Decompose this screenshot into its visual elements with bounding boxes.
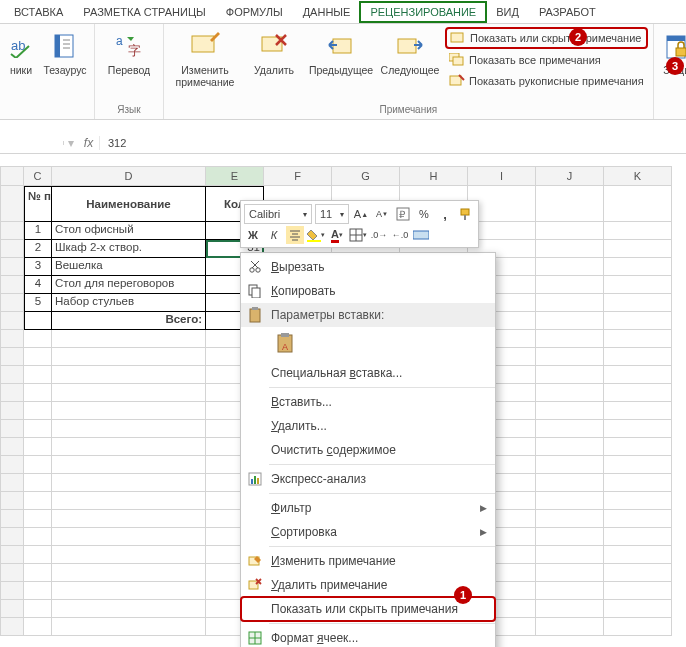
row-header[interactable]	[0, 222, 24, 240]
edit-comment-button[interactable]: Изменить примечание	[170, 28, 240, 90]
cell[interactable]	[604, 438, 672, 456]
cell[interactable]	[536, 186, 604, 222]
tab-data[interactable]: ДАННЫЕ	[293, 2, 361, 22]
cell[interactable]	[604, 330, 672, 348]
cell[interactable]	[536, 258, 604, 276]
row-header[interactable]	[0, 456, 24, 474]
ctx-quick-analysis[interactable]: Экспресс-анализ	[241, 467, 495, 491]
cell[interactable]	[604, 528, 672, 546]
row-header[interactable]	[0, 384, 24, 402]
cell[interactable]	[536, 420, 604, 438]
cell[interactable]: Шкаф 2-х створ.	[52, 240, 206, 258]
cell[interactable]	[604, 546, 672, 564]
cell[interactable]	[536, 546, 604, 564]
ctx-delete[interactable]: Удалить...	[241, 414, 495, 438]
ctx-sort[interactable]: Сортировка ▶	[241, 520, 495, 544]
cell[interactable]	[24, 330, 52, 348]
cell[interactable]	[604, 240, 672, 258]
cell[interactable]	[536, 384, 604, 402]
cell[interactable]	[52, 474, 206, 492]
cell[interactable]	[24, 456, 52, 474]
ctx-copy[interactable]: Копировать	[241, 279, 495, 303]
merge-icon[interactable]	[412, 226, 430, 244]
cell[interactable]	[536, 528, 604, 546]
cell[interactable]	[604, 474, 672, 492]
tab-formulas[interactable]: ФОРМУЛЫ	[216, 2, 293, 22]
cell[interactable]	[604, 618, 672, 636]
cell[interactable]	[52, 384, 206, 402]
cell[interactable]	[52, 546, 206, 564]
row-header[interactable]	[0, 258, 24, 276]
cell[interactable]	[604, 510, 672, 528]
cell[interactable]	[52, 528, 206, 546]
row-header[interactable]	[0, 510, 24, 528]
cell[interactable]: 3	[24, 258, 52, 276]
paste-option-default[interactable]: A	[271, 329, 301, 357]
cell[interactable]	[536, 618, 604, 636]
accounting-format-icon[interactable]: ₽	[394, 205, 412, 223]
cell[interactable]	[24, 618, 52, 636]
cell[interactable]	[604, 222, 672, 240]
cell[interactable]	[604, 456, 672, 474]
cell[interactable]	[52, 510, 206, 528]
row-header[interactable]	[0, 564, 24, 582]
cell[interactable]	[24, 312, 52, 330]
cell[interactable]: Вешелка	[52, 258, 206, 276]
cell[interactable]	[24, 600, 52, 618]
cell[interactable]	[536, 456, 604, 474]
cell[interactable]	[604, 384, 672, 402]
prev-comment-button[interactable]: Предыдущее	[308, 28, 374, 78]
row-header[interactable]	[0, 294, 24, 312]
row-header[interactable]	[0, 474, 24, 492]
col-header-j[interactable]: J	[536, 166, 604, 186]
bold-button[interactable]: Ж	[244, 226, 262, 244]
cell[interactable]	[24, 384, 52, 402]
col-header-h[interactable]: H	[400, 166, 468, 186]
cell[interactable]	[536, 438, 604, 456]
ctx-cut[interactable]: Вырезать	[241, 255, 495, 279]
cell[interactable]	[536, 600, 604, 618]
cell[interactable]	[24, 528, 52, 546]
row-header[interactable]	[0, 492, 24, 510]
cell[interactable]	[24, 366, 52, 384]
mini-size-select[interactable]: 11▾	[315, 204, 349, 224]
show-all-comments-button[interactable]: Показать все примечания	[446, 51, 647, 69]
mini-font-select[interactable]: Calibri▾	[244, 204, 312, 224]
cell[interactable]	[604, 492, 672, 510]
tab-view[interactable]: ВИД	[486, 2, 529, 22]
cell[interactable]	[604, 402, 672, 420]
cell[interactable]	[536, 510, 604, 528]
cell[interactable]	[536, 582, 604, 600]
row-header[interactable]	[0, 402, 24, 420]
cell[interactable]	[604, 294, 672, 312]
col-header-f[interactable]: F	[264, 166, 332, 186]
cell[interactable]	[52, 600, 206, 618]
cell[interactable]	[536, 240, 604, 258]
row-header[interactable]	[0, 240, 24, 258]
cell[interactable]	[52, 330, 206, 348]
cell-header-num[interactable]: № п/п	[24, 186, 52, 222]
col-header-e[interactable]: E	[206, 166, 264, 186]
cell[interactable]	[24, 474, 52, 492]
ctx-format-cells[interactable]: Формат ячеек...	[241, 626, 495, 647]
increase-decimal-icon[interactable]: .0→	[370, 226, 388, 244]
cell[interactable]	[24, 420, 52, 438]
cell[interactable]	[24, 438, 52, 456]
ctx-edit-comment[interactable]: Изменить примечание	[241, 549, 495, 573]
name-box[interactable]	[0, 141, 64, 145]
ctx-filter[interactable]: Фильтр ▶	[241, 496, 495, 520]
name-box-dropdown[interactable]: ▾	[64, 136, 78, 150]
cell[interactable]	[52, 618, 206, 636]
cell[interactable]	[604, 276, 672, 294]
show-ink-comments-button[interactable]: Показать рукописные примечания	[446, 72, 647, 90]
cell[interactable]	[52, 348, 206, 366]
cell[interactable]	[604, 600, 672, 618]
ctx-insert[interactable]: Вставить...	[241, 390, 495, 414]
row-header[interactable]	[0, 312, 24, 330]
cell[interactable]	[536, 222, 604, 240]
cell[interactable]	[604, 420, 672, 438]
row-header[interactable]	[0, 618, 24, 636]
cell[interactable]	[536, 366, 604, 384]
cell[interactable]: 1	[24, 222, 52, 240]
cell[interactable]: 2	[24, 240, 52, 258]
